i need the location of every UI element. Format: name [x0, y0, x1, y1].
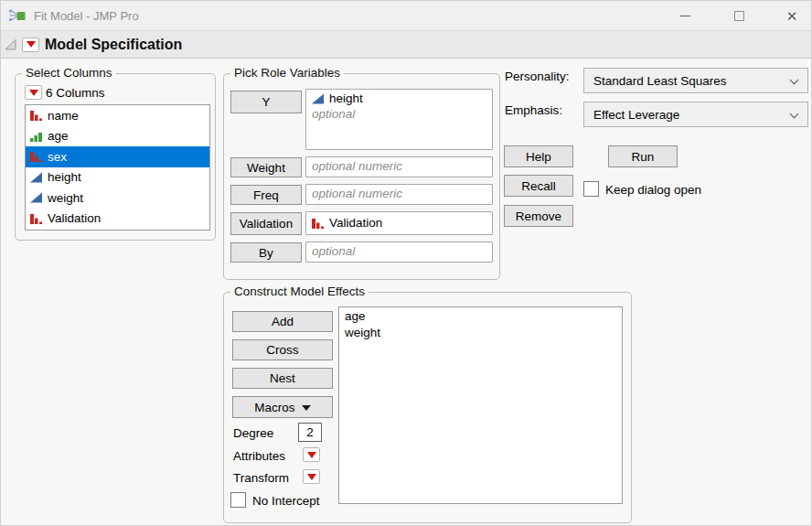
triangle-down-icon	[302, 405, 311, 411]
freq-role-button[interactable]: Freq	[230, 185, 302, 205]
column-label: name	[48, 109, 79, 123]
continuous-column-icon	[311, 92, 325, 105]
chevron-down-icon	[790, 76, 799, 85]
red-triangle-icon	[307, 474, 316, 480]
collapse-wedge-icon[interactable]	[5, 38, 17, 51]
red-triangle-icon	[27, 41, 36, 48]
minimize-icon	[680, 16, 690, 16]
list-item[interactable]: age	[26, 126, 209, 147]
effect-item[interactable]: weight	[339, 324, 622, 340]
close-button[interactable]: ✕	[771, 1, 812, 30]
list-item[interactable]: Validation	[26, 209, 209, 230]
validation-role-item[interactable]: Validation	[306, 212, 492, 230]
emphasis-label: Emphasis:	[505, 103, 562, 117]
construct-title: Construct Model Effects	[230, 284, 369, 298]
columns-listbox[interactable]: name age sex height weight Validation	[25, 104, 210, 231]
column-label: sex	[48, 150, 67, 164]
keep-dialog-open-checkbox[interactable]	[583, 181, 599, 197]
column-label: weight	[48, 191, 83, 205]
construct-model-effects-group: Construct Model Effects Add Cross Nest M…	[223, 292, 632, 523]
emphasis-dropdown[interactable]: Effect Leverage	[583, 102, 808, 127]
freq-role-placeholder: optional numeric	[306, 185, 492, 200]
close-icon: ✕	[786, 9, 798, 23]
nominal-column-icon	[311, 217, 325, 230]
y-role-item[interactable]: height	[306, 90, 492, 105]
validation-role-box[interactable]: Validation	[305, 211, 493, 235]
no-intercept-checkbox[interactable]	[230, 492, 246, 508]
nest-button[interactable]: Nest	[232, 368, 333, 389]
maximize-icon	[734, 11, 744, 21]
y-role-button[interactable]: Y	[230, 91, 302, 113]
minimize-button[interactable]	[664, 1, 706, 30]
continuous-column-icon	[29, 191, 43, 204]
select-columns-group: Select Columns 6 Columns name age sex he…	[15, 73, 216, 241]
help-button[interactable]: Help	[504, 145, 573, 167]
degree-label: Degree	[233, 426, 273, 440]
jmp-app-icon	[9, 8, 26, 23]
add-button[interactable]: Add	[232, 311, 333, 332]
column-label: Validation	[48, 211, 101, 225]
model-spec-red-triangle-button[interactable]	[22, 38, 39, 52]
list-item-selected[interactable]: sex	[26, 146, 209, 167]
model-effects-listbox[interactable]: age weight	[338, 306, 623, 504]
maximize-button[interactable]	[718, 1, 760, 30]
validation-role-value: Validation	[329, 216, 382, 230]
transform-red-triangle-button[interactable]	[303, 469, 320, 484]
freq-role-box[interactable]: optional numeric	[305, 184, 493, 205]
select-columns-title: Select Columns	[22, 66, 116, 80]
fit-model-window: Fit Model - JMP Pro ✕ Model Specificatio…	[0, 0, 812, 526]
attributes-red-triangle-button[interactable]	[303, 447, 320, 462]
weight-role-placeholder: optional numeric	[306, 157, 492, 173]
personality-dropdown[interactable]: Standard Least Squares	[583, 68, 808, 93]
transform-label: Transform	[233, 471, 289, 485]
y-role-placeholder: optional	[306, 105, 492, 121]
run-button[interactable]: Run	[608, 145, 678, 167]
column-label: age	[48, 129, 69, 143]
column-label: height	[48, 170, 81, 184]
nominal-column-icon	[29, 212, 43, 225]
columns-red-triangle-button[interactable]	[25, 85, 42, 100]
nominal-column-icon	[29, 109, 43, 122]
by-role-button[interactable]: By	[230, 242, 302, 263]
macros-button[interactable]: Macros	[232, 396, 333, 418]
recall-button[interactable]: Recall	[504, 175, 573, 197]
personality-value: Standard Least Squares	[593, 74, 727, 88]
y-role-value: height	[329, 91, 363, 105]
columns-count-label: 6 Columns	[46, 86, 105, 100]
remove-button[interactable]: Remove	[504, 205, 573, 227]
continuous-column-icon	[29, 171, 43, 184]
by-role-placeholder: optional	[306, 242, 492, 258]
window-title: Fit Model - JMP Pro	[34, 9, 139, 23]
pick-role-variables-group: Pick Role Variables Y height optional We…	[223, 73, 500, 280]
list-item[interactable]: name	[26, 105, 209, 126]
nominal-column-icon	[29, 150, 43, 163]
red-triangle-icon	[29, 90, 38, 96]
emphasis-value: Effect Leverage	[593, 108, 679, 122]
red-triangle-icon	[307, 452, 316, 458]
weight-role-button[interactable]: Weight	[230, 157, 302, 177]
model-specification-header: Model Specification	[1, 30, 812, 59]
list-item[interactable]: height	[26, 167, 209, 188]
weight-role-box[interactable]: optional numeric	[305, 156, 493, 177]
macros-label: Macros	[254, 401, 294, 414]
list-item[interactable]: weight	[26, 188, 209, 209]
page-title: Model Specification	[45, 37, 182, 53]
personality-label: Personality:	[505, 70, 570, 83]
chevron-down-icon	[790, 110, 799, 119]
pick-roles-title: Pick Role Variables	[230, 66, 344, 80]
by-role-box[interactable]: optional	[305, 242, 493, 263]
ordinal-column-icon	[29, 130, 43, 143]
validation-role-button[interactable]: Validation	[230, 212, 302, 235]
no-intercept-label: No Intercept	[252, 494, 320, 508]
effect-item[interactable]: age	[339, 307, 622, 324]
degree-input[interactable]	[298, 423, 322, 442]
keep-dialog-open-label: Keep dialog open	[605, 183, 701, 197]
cross-button[interactable]: Cross	[232, 339, 333, 360]
title-bar: Fit Model - JMP Pro ✕	[1, 1, 812, 30]
attributes-label: Attributes	[233, 449, 285, 463]
y-role-box[interactable]: height optional	[305, 89, 493, 150]
